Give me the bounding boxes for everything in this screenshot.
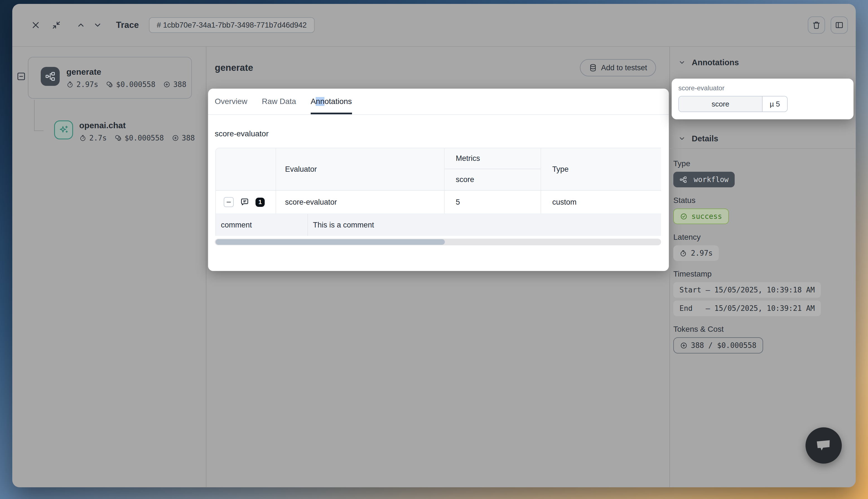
annotations-section-header[interactable]: Annotations xyxy=(670,47,856,78)
trace-id-badge[interactable]: # 1cbb70e7-34a1-7bb7-3498-771b7d46d942 xyxy=(149,17,314,33)
workflow-icon xyxy=(41,67,60,86)
detail-tabs: Overview Raw Data Annotations xyxy=(208,89,669,115)
sparkles-icon xyxy=(54,120,73,139)
toggle-side-panel-button[interactable] xyxy=(831,16,848,34)
workflow-icon xyxy=(679,176,687,183)
span-stats: 2.7s $0.000558 388 xyxy=(79,134,195,142)
metric-mean-value: µ 5 xyxy=(762,96,787,111)
trace-viewer-modal: Trace # 1cbb70e7-34a1-7bb7-3498-771b7d46… xyxy=(12,4,856,487)
check-circle-icon xyxy=(680,213,688,220)
annotations-section-label: Annotations xyxy=(692,58,739,67)
span-tokens: 388 xyxy=(182,134,195,142)
span-cost: $0.000558 xyxy=(116,80,155,89)
minus-icon xyxy=(226,199,232,205)
table-row: 1 score-evaluator 5 custom xyxy=(216,191,661,214)
topbar-actions xyxy=(808,16,848,34)
tab-raw-data[interactable]: Raw Data xyxy=(262,89,296,114)
trash-icon xyxy=(812,21,821,29)
span-detail-header: generate Add to testset xyxy=(206,47,670,89)
tab-overview[interactable]: Overview xyxy=(215,89,248,114)
latency-label: Latency xyxy=(673,232,851,242)
annotation-popover: score-evaluator score µ 5 xyxy=(672,78,854,119)
span-detail-panel: generate Add to testset Overview Raw Dat… xyxy=(206,47,670,487)
comment-key-cell: comment xyxy=(216,214,308,236)
trace-topbar: Trace # 1cbb70e7-34a1-7bb7-3498-771b7d46… xyxy=(12,4,856,47)
details-section-header[interactable]: Details xyxy=(670,129,856,149)
comment-count-badge: 1 xyxy=(255,198,265,207)
metrics-header: Metrics xyxy=(445,148,541,169)
tab-annotations[interactable]: Annotations xyxy=(311,89,352,114)
span-name: openai.chat xyxy=(79,120,195,131)
row-evaluator-cell: score-evaluator xyxy=(276,191,445,214)
panel-layout-icon xyxy=(835,21,844,29)
collapse-all-button[interactable] xyxy=(16,71,26,82)
page-title: Trace xyxy=(116,20,139,30)
end-timestamp-badge: End — 15/05/2025, 10:39:21 AM xyxy=(673,301,821,316)
comment-icon xyxy=(240,197,249,207)
chevron-down-icon xyxy=(678,135,686,142)
add-to-testset-label: Add to testset xyxy=(601,63,647,72)
timestamp-label: Timestamp xyxy=(673,269,712,279)
minimize-button[interactable] xyxy=(50,19,62,31)
metric-name-cell: score xyxy=(445,169,541,190)
chat-bubble-icon xyxy=(813,437,834,454)
span-cost: $0.000558 xyxy=(125,134,164,142)
table-header-row: Evaluator Metrics score Type xyxy=(216,148,661,191)
detail-tokens-cost: Tokens & Cost 388 / $0.000558 xyxy=(673,325,851,353)
annotation-score-control[interactable]: score µ 5 xyxy=(678,96,788,112)
minus-square-icon xyxy=(16,71,26,82)
chevron-down-icon xyxy=(93,21,102,29)
plus-circle-icon xyxy=(163,81,170,88)
detail-timestamp: Timestamp Start — 15/05/2025, 10:39:18 A… xyxy=(673,269,851,316)
span-tree-sidebar: generate 2.97s $0.000558 388 xyxy=(12,47,206,487)
comment-button[interactable] xyxy=(240,197,249,207)
database-icon xyxy=(589,63,597,72)
header-cell-evaluator: Evaluator xyxy=(276,148,445,190)
status-label: Status xyxy=(673,196,851,205)
add-to-testset-button[interactable]: Add to testset xyxy=(580,59,656,76)
chevron-down-icon xyxy=(678,59,686,66)
tree-connector-horizontal xyxy=(34,131,44,131)
row-type-cell: custom xyxy=(541,191,661,214)
row-actions-cell: 1 xyxy=(216,191,276,214)
span-detail-title: generate xyxy=(215,62,253,73)
type-badge: workflow xyxy=(673,172,735,187)
chevron-up-icon xyxy=(76,21,85,29)
detail-status: Status success xyxy=(673,196,851,224)
plus-circle-icon xyxy=(172,134,179,142)
text-selection-highlight: nn xyxy=(316,97,324,106)
metric-name[interactable]: score xyxy=(679,96,762,111)
span-node-texts: generate 2.97s $0.000558 388 xyxy=(67,67,186,98)
delete-trace-button[interactable] xyxy=(808,16,825,34)
prev-trace-button[interactable] xyxy=(75,19,87,31)
horizontal-scrollbar-thumb[interactable] xyxy=(216,239,445,245)
span-latency: 2.97s xyxy=(76,80,98,89)
span-node-generate[interactable]: generate 2.97s $0.000558 388 xyxy=(28,57,192,99)
tab-label-part: otations xyxy=(324,97,352,106)
chat-widget-button[interactable] xyxy=(806,427,842,464)
plus-circle-icon xyxy=(680,342,688,349)
tab-label-part: A xyxy=(311,97,316,106)
row-score-cell: 5 xyxy=(445,191,541,214)
tree-connector-vertical xyxy=(34,100,35,131)
span-node-openai-chat[interactable]: openai.chat 2.7s $0.000558 388 xyxy=(54,120,195,142)
comment-row: comment This is a comment xyxy=(216,214,661,236)
timer-icon xyxy=(679,250,687,257)
coins-icon xyxy=(114,134,122,142)
coins-icon xyxy=(106,81,113,88)
close-button[interactable] xyxy=(29,19,42,31)
right-details-panel: Annotations score-evaluator score µ 5 De… xyxy=(670,47,856,487)
span-tokens: 388 xyxy=(173,80,186,89)
collapse-row-button[interactable] xyxy=(224,197,234,207)
next-trace-button[interactable] xyxy=(92,19,104,31)
type-label: Type xyxy=(673,159,851,168)
timer-icon xyxy=(79,134,86,142)
comment-value-cell: This is a comment xyxy=(308,214,661,236)
horizontal-scrollbar-track[interactable] xyxy=(215,239,661,245)
tokens-cost-label: Tokens & Cost xyxy=(673,325,851,334)
header-cell-empty xyxy=(216,148,276,190)
header-cell-type: Type xyxy=(541,148,661,190)
minimize-icon xyxy=(52,21,61,29)
latency-badge: 2.97s xyxy=(673,245,719,261)
details-list: Type workflow Status success Latency xyxy=(673,159,851,362)
